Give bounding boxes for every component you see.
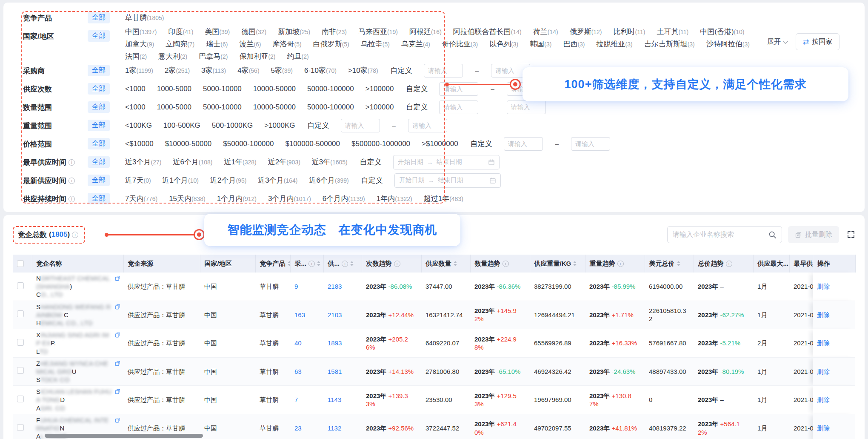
filter-option[interactable]: 以色列(3) (489, 39, 518, 49)
filter-option[interactable]: 瑞士(6) (206, 39, 228, 49)
sort-icon[interactable] (454, 261, 457, 266)
filter-option[interactable]: 德国(32) (241, 27, 266, 37)
custom-label[interactable]: 自定义 (471, 139, 492, 149)
filter-option[interactable]: 乌拉圭(5) (361, 39, 390, 49)
delete-link[interactable]: 删除 (817, 283, 830, 290)
supply-times-link[interactable]: 1143 (328, 396, 341, 403)
row-checkbox[interactable] (17, 367, 24, 374)
filter-option[interactable]: $100000-500000 (285, 140, 340, 148)
filter-option[interactable]: <1000 (125, 103, 146, 112)
column-header-usd[interactable]: 美元总价 (645, 255, 694, 273)
supply-times-link[interactable]: 2183 (328, 283, 342, 290)
filter-option[interactable]: 6个月内(1139) (323, 194, 365, 204)
sort-icon[interactable] (350, 261, 354, 266)
filter-option[interactable]: $10000-50000 (165, 140, 212, 148)
date-range-input[interactable]: 开始日期→结束日期 (394, 173, 501, 188)
filter-option[interactable]: 马来西亚(19) (358, 27, 398, 37)
filter-option[interactable]: 意大利(2) (158, 52, 187, 61)
sort-icon[interactable] (677, 261, 680, 266)
filter-option[interactable]: 保加利亚(2) (239, 52, 275, 61)
filter-option[interactable]: 白俄罗斯(5) (313, 39, 349, 49)
info-icon[interactable]: i (503, 261, 509, 267)
buyers-count-link[interactable]: 9 (294, 283, 298, 290)
filter-option[interactable]: 加拿大(9) (125, 39, 154, 49)
info-icon[interactable]: i (617, 261, 624, 267)
copy-icon[interactable] (114, 417, 121, 423)
filter-all-chip[interactable]: 全部 (88, 83, 110, 95)
filter-option[interactable]: 美国(39) (205, 27, 230, 37)
copy-icon[interactable] (114, 275, 121, 281)
row-checkbox[interactable] (17, 310, 24, 317)
filter-option[interactable]: 中国(1397) (125, 27, 157, 37)
column-header-qty[interactable]: 供应数量 (421, 255, 470, 273)
filter-option[interactable]: <$10000 (125, 140, 154, 148)
filter-option[interactable]: 4家(56) (237, 66, 259, 75)
info-icon[interactable]: i (726, 261, 732, 267)
supply-times-link[interactable]: 1893 (328, 339, 342, 347)
column-header-usd_trend[interactable]: 总价趋势i (694, 255, 753, 273)
filter-all-chip[interactable]: 全部 (88, 12, 110, 23)
filter-option[interactable]: 新加坡(25) (278, 27, 310, 37)
filter-option[interactable]: 1年内(1322) (377, 194, 412, 204)
by-country-button[interactable]: ⇄ 按国家 (796, 33, 839, 50)
filter-all-chip[interactable]: 全部 (88, 138, 110, 149)
copy-icon[interactable] (114, 388, 121, 395)
filter-option[interactable]: 拉脱维亚(3) (597, 39, 633, 49)
row-checkbox[interactable] (17, 282, 24, 289)
custom-min-input[interactable] (424, 64, 463, 77)
sort-icon[interactable] (573, 261, 577, 266)
filter-option[interactable]: 近3年(1605) (312, 157, 348, 167)
filter-option[interactable]: >100000 (365, 85, 394, 93)
custom-min-input[interactable] (439, 100, 478, 114)
filter-option[interactable]: 10000-50000 (253, 85, 296, 93)
delete-link[interactable]: 删除 (817, 368, 830, 375)
fullscreen-icon[interactable] (847, 230, 855, 239)
filter-all-chip[interactable]: 全部 (88, 65, 110, 76)
custom-max-input[interactable] (408, 119, 447, 132)
custom-label[interactable]: 自定义 (406, 102, 428, 112)
sort-icon[interactable] (317, 261, 320, 266)
filter-option[interactable]: 中国(香港)(10) (700, 27, 744, 37)
filter-option[interactable]: 1000-5000 (157, 103, 191, 112)
search-icon[interactable] (768, 231, 777, 239)
filter-all-chip[interactable]: 全部 (88, 120, 110, 131)
info-icon[interactable]: i (342, 261, 348, 267)
filter-option[interactable]: 3家(113) (201, 66, 226, 75)
filter-option[interactable]: 5000-10000 (203, 85, 242, 93)
filter-option[interactable]: 草甘膦(1805) (125, 13, 164, 23)
custom-label[interactable]: 自定义 (391, 66, 412, 75)
filter-option[interactable]: >$1000000 (422, 140, 458, 148)
row-checkbox[interactable] (17, 396, 24, 402)
buyers-count-link[interactable]: 63 (294, 368, 302, 375)
filter-option[interactable]: 摩洛哥(5) (273, 39, 302, 49)
calendar-icon[interactable] (488, 159, 495, 166)
filter-all-chip[interactable]: 全部 (88, 175, 110, 186)
column-header-qty_trend[interactable]: 数量趋势i (470, 255, 530, 273)
batch-delete-button[interactable]: 批量删除 (788, 226, 839, 243)
filter-option[interactable]: 近2个月(95) (210, 175, 246, 185)
filter-option[interactable]: 5000-10000 (203, 103, 242, 112)
filter-option[interactable]: 50000-100000 (307, 103, 354, 112)
info-icon[interactable]: i (394, 261, 400, 267)
custom-min-input[interactable] (341, 119, 380, 132)
delete-link[interactable]: 删除 (817, 396, 830, 403)
filter-option[interactable]: 俄罗斯(12) (570, 27, 602, 37)
copy-icon[interactable] (114, 304, 121, 310)
filter-option[interactable]: 巴西(3) (563, 39, 585, 49)
filter-option[interactable]: 10000-50000 (253, 103, 296, 112)
custom-label[interactable]: 自定义 (406, 84, 428, 94)
filter-option[interactable]: 吉尔吉斯斯坦(3) (644, 39, 695, 49)
search-input[interactable] (673, 231, 768, 238)
filter-option[interactable]: <1000 (125, 85, 146, 93)
filter-option[interactable]: 6-10家(70) (304, 66, 337, 75)
filter-option[interactable]: 近2年(903) (268, 157, 300, 167)
horizontal-scrollbar-thumb[interactable] (45, 434, 203, 438)
filter-option[interactable]: 近3个月(27) (125, 157, 161, 167)
column-header-times[interactable]: 供...i (323, 255, 362, 273)
info-icon[interactable]: i (72, 232, 78, 238)
supply-times-link[interactable]: 2103 (328, 311, 342, 318)
filter-option[interactable]: 2家(251) (165, 66, 190, 75)
buyers-count-link[interactable]: 163 (294, 311, 305, 318)
column-header-times_trend[interactable]: 次数趋势i (362, 255, 421, 273)
filter-option[interactable]: 近6个月(399) (309, 175, 349, 185)
